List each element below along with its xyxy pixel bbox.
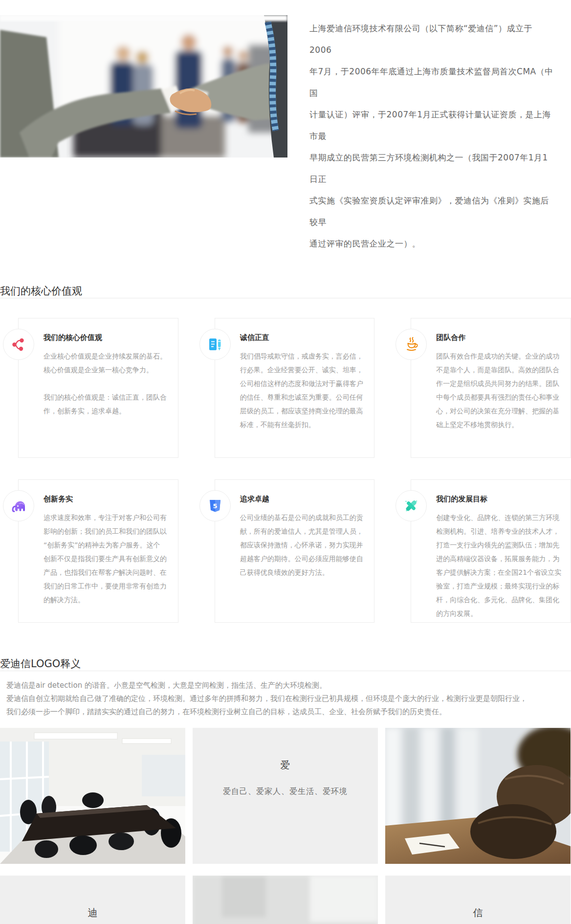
business-discussion-photo: [193, 876, 378, 924]
card-title: 创新务实: [44, 495, 169, 504]
elephant-icon: [3, 490, 34, 521]
html5-shield-icon: 5: [199, 490, 231, 521]
logo-section-title: 爱迪信LOGO释义: [0, 657, 571, 671]
divider: [0, 298, 571, 298]
logo-cell-love: 爱 爱自己、爱家人、爱生活、爱环境: [193, 728, 378, 864]
card-body: 创建专业化、品牌化、连锁的第三方环境 检测机构。引进、培养专业的技术人才， 打造…: [436, 511, 562, 620]
value-cards-row-2: 创新务实 追求速度和效率，专注于对客户和公司有 影响的创新；我们的员工和我们的团…: [0, 479, 571, 623]
divider: [0, 671, 571, 671]
meeting-room-art: [0, 728, 185, 864]
about-page: 上海爱迪信环境技术有限公司（以下简称“爱迪信”）成立于2006 年7月，于200…: [0, 0, 571, 924]
card-body: 我们倡导戒欺守信，戒虚务实，言必信， 行必果。企业经营要公开、诚实、坦率， 公司…: [240, 349, 366, 431]
hero-section: 上海爱迪信环境技术有限公司（以下简称“爱迪信”）成立于2006 年7月，于200…: [0, 0, 571, 254]
conference-table-photo: [385, 728, 571, 864]
card-body: 公司业绩的基石是公司的成就和员工的贡 献，所有的爱迪信人，尤其是管理人员， 都应…: [240, 511, 366, 579]
value-card-core-values: 我们的核心价值观 企业核心价值观是企业持续发展的基石。 核心价值观是企业第一核心…: [18, 318, 178, 458]
value-card-innovation: 创新务实 追求速度和效率，专注于对客户和公司有 影响的创新；我们的员工和我们的团…: [18, 479, 178, 623]
logo-cell-title: 爱: [281, 758, 290, 772]
value-card-teamwork: 团队合作 团队有效合作是成功的关键。企业的成功 不是靠个人，而是靠团队。高效的团…: [411, 318, 571, 458]
logo-cell-inspire: 迪 启迪自己、启迪同事、启迪用户: [0, 876, 185, 924]
logo-cell-subtitle: 爱自己、爱家人、爱生活、爱环境: [223, 787, 348, 797]
logo-meaning-grid: 爱 爱自己、爱家人、爱生活、爱环境: [0, 728, 571, 924]
company-intro-paragraph: 上海爱迪信环境技术有限公司（以下简称“爱迪信”）成立于2006 年7月，于200…: [309, 15, 554, 254]
svg-text:5: 5: [213, 502, 217, 510]
card-body: 追求速度和效率，专注于对客户和公司有 影响的创新；我们的员工和我们的团队以 “创…: [44, 511, 169, 607]
card-body: 企业核心价值观是企业持续发展的基石。 核心价值观是企业第一核心竞争力。 我们的核…: [44, 349, 169, 418]
conference-table-art: [385, 728, 571, 864]
logo-cell-title: 信: [473, 906, 483, 920]
value-cards-row-1: 我们的核心价值观 企业核心价值观是企业持续发展的基石。 核心价值观是企业第一核心…: [0, 318, 571, 458]
share-nodes-icon: [3, 329, 34, 360]
card-title: 我们的发展目标: [436, 495, 562, 504]
java-cup-icon: [395, 329, 427, 360]
value-card-goals: 我们的发展目标 创建专业化、品牌化、连锁的第三方环境 检测机构。引进、培养专业的…: [411, 479, 571, 623]
card-title: 我们的核心价值观: [44, 333, 169, 342]
core-values-section-title: 我们的核心价值观: [0, 284, 571, 298]
card-title: 追求卓越: [240, 495, 366, 504]
value-card-integrity: 诚信正直 我们倡导戒欺守信，戒虚务实，言必信， 行必果。企业经营要公开、诚实、坦…: [215, 318, 375, 458]
logo-cell-trust: 信 诚信、自信、树立信念: [385, 876, 571, 924]
card-title: 诚信正直: [240, 333, 366, 342]
meeting-room-photo: [0, 728, 185, 864]
business-handshake-photo: [0, 15, 287, 158]
logo-meaning-paragraph: 爱迪信是air detection 的谐音。小意是空气检测，大意是空间检测，指生…: [6, 679, 571, 719]
card-body: 团队有效合作是成功的关键。企业的成功 不是靠个人，而是靠团队。高效的团队合 作一…: [436, 349, 562, 431]
handshake-photo-art: [0, 15, 287, 158]
card-title: 团队合作: [436, 333, 562, 342]
capsules-icon: [395, 490, 427, 521]
notebook-pencil-icon: [199, 329, 231, 360]
value-card-excellence: 5 追求卓越 公司业绩的基石是公司的成就和员工的贡 献，所有的爱迪信人，尤其是管…: [215, 479, 375, 623]
business-discussion-art: [193, 876, 378, 924]
logo-cell-title: 迪: [88, 906, 98, 920]
